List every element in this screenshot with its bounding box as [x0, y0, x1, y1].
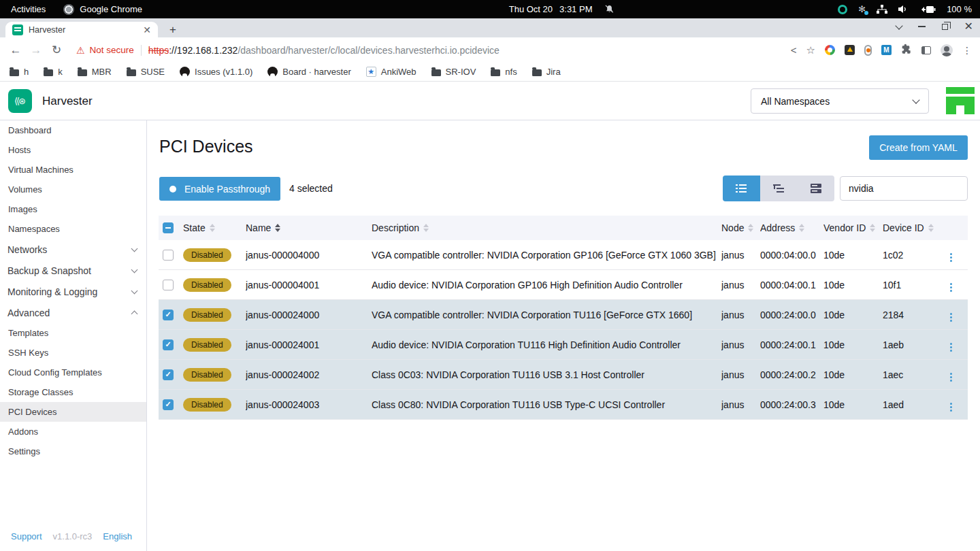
browser-toolbar: ← → ↻ ⚠ Not secure https ://192.168.1.23…	[0, 37, 980, 63]
focused-app-menu[interactable]: Google Chrome	[63, 4, 142, 15]
column-header-vendor-id[interactable]: Vendor ID	[823, 222, 883, 233]
browser-menu-icon[interactable]: ⋮	[962, 45, 972, 56]
row-actions-menu-icon[interactable]	[946, 401, 956, 414]
column-header-address[interactable]: Address	[760, 222, 823, 233]
row-checkbox[interactable]	[163, 369, 174, 380]
create-from-yaml-button[interactable]: Create from YAML	[869, 135, 968, 160]
main-content: PCI Devices Create from YAML Enable Pass…	[147, 120, 980, 551]
column-header-state[interactable]: State	[183, 222, 246, 233]
profile-avatar[interactable]	[941, 44, 953, 56]
radio-dot-icon	[169, 186, 176, 193]
row-checkbox[interactable]	[163, 280, 174, 290]
table-row[interactable]: Disabled janus-000004001 Audio device: N…	[159, 270, 968, 300]
list-view-button[interactable]	[723, 176, 760, 201]
column-header-description[interactable]: Description	[372, 222, 721, 233]
folder-icon	[532, 69, 542, 76]
table-row[interactable]: Disabled janus-000024000 VGA compatible …	[159, 300, 968, 330]
column-header-name[interactable]: Name	[246, 222, 372, 233]
column-header-node[interactable]: Node	[721, 222, 760, 233]
bookmark-folder[interactable]: h	[10, 67, 29, 77]
bookmark-folder[interactable]: MBR	[78, 67, 112, 77]
table-row[interactable]: Disabled janus-000024002 Class 0C03: NVI…	[159, 360, 968, 390]
description-cell: Class 0C03: NVIDIA Corporation TU116 USB…	[372, 369, 721, 380]
clock-menu[interactable]: Thu Oct 20 3:31 PM	[286, 4, 838, 14]
sidebar-item-settings[interactable]: Settings	[0, 441, 146, 461]
sidebar-item-namespaces[interactable]: Namespaces	[0, 219, 146, 239]
bookmark-folder[interactable]: nfs	[491, 67, 517, 77]
tab-search-chevron-icon[interactable]	[895, 22, 902, 29]
table-row[interactable]: Disabled janus-000024003 Class 0C80: NVI…	[159, 390, 968, 420]
column-header-device-id[interactable]: Device ID	[883, 222, 946, 233]
search-input[interactable]	[840, 176, 968, 201]
row-actions-menu-icon[interactable]	[946, 251, 956, 264]
window-restore-button[interactable]	[942, 24, 948, 30]
chevron-down-icon	[131, 287, 138, 294]
sidebar-group-networks[interactable]: Networks	[0, 239, 146, 260]
window-close-button[interactable]: ✕	[964, 21, 973, 32]
share-icon[interactable]: <	[791, 44, 797, 56]
sidebar-item-ssh-keys[interactable]: SSH Keys	[0, 343, 146, 363]
tree-view-button[interactable]	[760, 176, 798, 201]
system-status-area[interactable]: ✻ 100 %	[838, 4, 980, 14]
namespace-select[interactable]: All Namespaces	[751, 88, 929, 114]
bookmark-link[interactable]: Board · harvester	[267, 67, 350, 77]
extension-oval-icon[interactable]	[864, 45, 872, 56]
sidebar-item-dashboard[interactable]: Dashboard	[0, 120, 146, 140]
sidebar-item-templates[interactable]: Templates	[0, 323, 146, 343]
sort-icon	[210, 224, 215, 232]
not-secure-label[interactable]: Not secure	[90, 45, 134, 55]
brand[interactable]: ⟨⟨⊛ Harvester	[8, 89, 93, 113]
sidebar-item-virtual-machines[interactable]: Virtual Machines	[0, 160, 146, 180]
row-checkbox[interactable]	[163, 250, 174, 261]
bookmark-folder[interactable]: SR-IOV	[431, 67, 476, 77]
new-tab-button[interactable]: +	[166, 23, 180, 37]
row-actions-menu-icon[interactable]	[946, 371, 956, 384]
pci-devices-table: State Name Description Node Address Vend…	[159, 216, 968, 420]
extension-pinwheel-icon[interactable]	[825, 45, 835, 55]
sidebar-item-cloud-config-templates[interactable]: Cloud Config Templates	[0, 363, 146, 382]
rancher-harvester-logo-icon[interactable]	[946, 87, 975, 114]
sidebar: Dashboard Hosts Virtual Machines Volumes…	[0, 120, 147, 551]
language-link[interactable]: English	[103, 531, 132, 541]
row-actions-menu-icon[interactable]	[946, 341, 956, 354]
row-checkbox[interactable]	[163, 339, 174, 350]
sidebar-item-images[interactable]: Images	[0, 199, 146, 219]
forward-button[interactable]: →	[26, 44, 46, 57]
sidebar-item-storage-classes[interactable]: Storage Classes	[0, 382, 146, 402]
bookmark-folder[interactable]: Jira	[532, 67, 561, 77]
bookmark-folder[interactable]: k	[44, 67, 63, 77]
table-row[interactable]: Disabled janus-000004000 VGA compatible …	[159, 240, 968, 270]
extension-dark-icon[interactable]	[845, 45, 855, 55]
detail-view-button[interactable]	[797, 176, 834, 201]
sidebar-item-addons[interactable]: Addons	[0, 422, 146, 441]
bookmark-link[interactable]: Issues (v1.1.0)	[180, 67, 252, 77]
extensions-puzzle-icon[interactable]	[901, 44, 912, 57]
bookmark-star-icon[interactable]: ☆	[806, 44, 815, 56]
status-badge: Disabled	[183, 308, 231, 322]
bookmark-folder[interactable]: SUSE	[127, 67, 165, 77]
table-row[interactable]: Disabled janus-000024001 Audio device: N…	[159, 330, 968, 360]
activities-button[interactable]: Activities	[11, 4, 46, 14]
select-all-checkbox[interactable]	[163, 222, 174, 233]
tab-close-icon[interactable]: ✕	[143, 25, 151, 35]
row-checkbox[interactable]	[163, 310, 174, 320]
browser-tab-harvester[interactable]: Harvester ✕	[5, 22, 158, 37]
row-checkbox[interactable]	[163, 399, 174, 410]
sidebar-item-volumes[interactable]: Volumes	[0, 180, 146, 199]
row-actions-menu-icon[interactable]	[946, 311, 956, 324]
row-actions-menu-icon[interactable]	[946, 281, 956, 294]
bookmark-link[interactable]: ★AnkiWeb	[366, 67, 416, 77]
side-panel-icon[interactable]	[921, 46, 931, 54]
reload-button[interactable]: ↻	[46, 43, 67, 57]
sidebar-group-monitoring-logging[interactable]: Monitoring & Logging	[0, 281, 146, 302]
support-link[interactable]: Support	[11, 531, 42, 541]
sidebar-group-backup-snapshot[interactable]: Backup & Snapshot	[0, 260, 146, 281]
enable-passthrough-button[interactable]: Enable Passthrough	[159, 177, 280, 201]
back-button[interactable]: ←	[5, 44, 26, 57]
sidebar-item-hosts[interactable]: Hosts	[0, 140, 146, 160]
sidebar-group-advanced[interactable]: Advanced	[0, 302, 146, 323]
sidebar-item-pci-devices[interactable]: PCI Devices	[0, 402, 146, 422]
window-minimize-button[interactable]	[918, 26, 926, 27]
address-bar[interactable]: ⚠ Not secure https ://192.168.1.232 /das…	[76, 45, 791, 56]
extension-m-icon[interactable]: M	[881, 45, 892, 55]
